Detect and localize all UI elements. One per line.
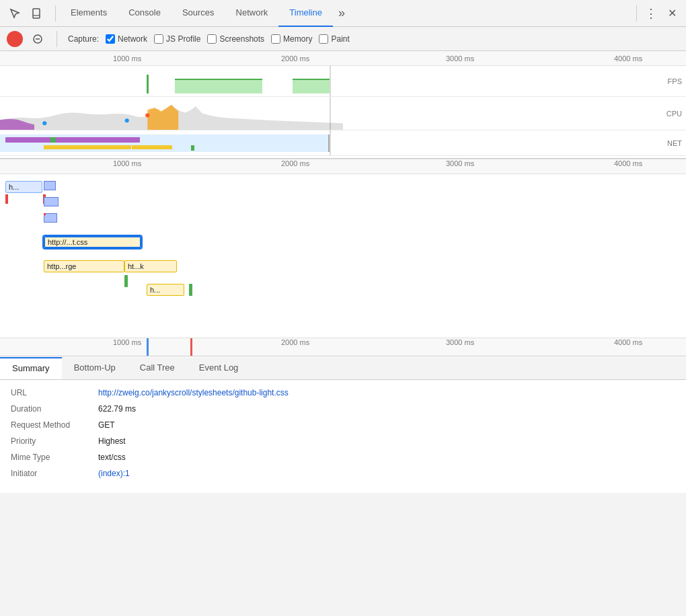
more-tabs-button[interactable]: »	[333, 0, 350, 27]
req-html-label: h...	[9, 183, 19, 191]
req-css-label: http://...t.css	[48, 238, 87, 246]
record-button[interactable]	[7, 31, 23, 47]
req-marker1	[5, 194, 8, 204]
green-marker1	[124, 275, 128, 287]
overview-timeline: 1000 ms 2000 ms 3000 ms 4000 ms FPS	[0, 51, 686, 159]
initiator-value[interactable]: (index):1	[98, 469, 130, 478]
method-row: Request Method GET	[11, 420, 675, 430]
toolbar-actions: ⋮ ✕	[641, 3, 681, 24]
tab-event-log[interactable]: Event Log	[187, 357, 251, 379]
wfall-ruler-3000ms: 3000 ms	[446, 159, 474, 167]
cpu-content	[0, 97, 686, 130]
device-icon[interactable]	[27, 4, 46, 23]
bot-ruler-4000ms: 4000 ms	[614, 338, 642, 346]
mime-key: Mime Type	[11, 453, 98, 462]
jspro-label: JS Profile	[166, 34, 200, 44]
cpu-svg	[0, 97, 686, 130]
tab-call-tree[interactable]: Call Tree	[128, 357, 187, 379]
tab-timeline[interactable]: Timeline	[278, 0, 333, 27]
ruler-3000ms: 3000 ms	[446, 54, 474, 63]
fps-track: FPS	[0, 66, 686, 97]
capture-paint[interactable]: Paint	[319, 34, 349, 44]
req-sub1	[44, 181, 56, 190]
network-label: Network	[118, 34, 147, 44]
tab-summary[interactable]: Summary	[0, 357, 62, 379]
cpu-event3	[145, 114, 149, 118]
paint-label: Paint	[331, 34, 349, 44]
fps-bar	[147, 75, 149, 93]
net-track: NET	[0, 130, 686, 156]
req-htk-label: ht...k	[128, 262, 144, 270]
waterfall-ruler: 1000 ms 2000 ms 3000 ms 4000 ms	[0, 159, 686, 174]
request-rge[interactable]: http...rge	[44, 260, 124, 272]
request-h-bottom[interactable]: h...	[147, 284, 184, 296]
cpu-label: CPU	[666, 110, 682, 118]
detail-panel: URL http://zweig.co/jankyscroll/styleshe…	[0, 380, 686, 493]
close-devtools-button[interactable]: ✕	[664, 4, 681, 22]
cpu-selection-line	[330, 97, 331, 130]
tab-bottom-up[interactable]: Bottom-Up	[62, 357, 128, 379]
bot-ruler-2000ms: 2000 ms	[281, 338, 309, 346]
settings-dots-button[interactable]: ⋮	[641, 3, 661, 24]
capture-label: Capture:	[68, 34, 99, 44]
fps-bar-range2	[293, 79, 330, 93]
toolbar-icons	[5, 4, 46, 23]
net-bar-green	[50, 137, 56, 143]
ruler-4000ms: 4000 ms	[614, 54, 642, 63]
url-value[interactable]: http://zweig.co/jankyscroll/stylesheets/…	[98, 388, 289, 397]
capture-screenshots[interactable]: Screenshots	[207, 34, 264, 44]
bot-ruler-1000ms: 1000 ms	[113, 338, 141, 346]
ruler-2000ms: 2000 ms	[281, 54, 309, 63]
jspro-checkbox[interactable]	[154, 34, 163, 44]
tab-console[interactable]: Console	[118, 0, 172, 27]
time-marker-red	[190, 338, 192, 356]
network-checkbox[interactable]	[106, 34, 115, 44]
net-bar-purple	[5, 137, 140, 143]
bottom-ruler: 1000 ms 2000 ms 3000 ms 4000 ms	[0, 338, 686, 356]
toolbar-divider	[55, 5, 56, 22]
req-sub2	[44, 197, 59, 206]
timeline-ruler: 1000 ms 2000 ms 3000 ms 4000 ms	[0, 51, 686, 66]
mime-value: text/css	[98, 453, 126, 462]
cursor-icon[interactable]	[5, 4, 24, 23]
req-sub3	[44, 213, 57, 223]
tab-sources[interactable]: Sources	[172, 0, 225, 27]
tab-network[interactable]: Network	[225, 0, 279, 27]
initiator-key: Initiator	[11, 469, 98, 478]
screenshots-checkbox[interactable]	[207, 34, 217, 44]
capture-jspro[interactable]: JS Profile	[154, 34, 200, 44]
request-css-selected[interactable]: http://...t.css	[44, 236, 141, 248]
capture-network[interactable]: Network	[106, 34, 147, 44]
bot-ruler-3000ms: 3000 ms	[446, 338, 474, 346]
url-row: URL http://zweig.co/jankyscroll/styleshe…	[11, 388, 675, 397]
duration-value: 622.79 ms	[98, 404, 136, 414]
screenshots-label: Screenshots	[219, 34, 264, 44]
stop-button[interactable]	[30, 31, 46, 47]
capture-memory[interactable]: Memory	[271, 34, 312, 44]
waterfall-section: 1000 ms 2000 ms 3000 ms 4000 ms h... htt…	[0, 159, 686, 357]
net-bar-yellow	[44, 145, 131, 149]
panel-tabs: Summary Bottom-Up Call Tree Event Log	[0, 357, 686, 380]
duration-row: Duration 622.79 ms	[11, 404, 675, 414]
capture-divider	[56, 31, 57, 47]
net-content	[0, 130, 686, 155]
fps-label: FPS	[668, 77, 682, 85]
method-value: GET	[98, 420, 115, 430]
initiator-row: Initiator (index):1	[11, 469, 675, 478]
mime-row: Mime Type text/css	[11, 453, 675, 462]
request-htk[interactable]: ht...k	[124, 260, 177, 272]
method-key: Request Method	[11, 420, 98, 430]
memory-checkbox[interactable]	[271, 34, 280, 44]
tab-elements[interactable]: Elements	[60, 0, 118, 27]
fps-content	[0, 66, 686, 96]
req-red-dot	[44, 213, 46, 215]
net-bar-green2	[191, 145, 194, 151]
cpu-event2	[125, 118, 129, 122]
capture-bar: Capture: Network JS Profile Screenshots …	[0, 27, 686, 51]
cpu-track: CPU	[0, 97, 686, 130]
paint-checkbox[interactable]	[319, 34, 328, 44]
request-html[interactable]: h...	[5, 181, 42, 193]
wfall-ruler-1000ms: 1000 ms	[113, 159, 141, 167]
memory-label: Memory	[283, 34, 312, 44]
duration-key: Duration	[11, 404, 98, 414]
